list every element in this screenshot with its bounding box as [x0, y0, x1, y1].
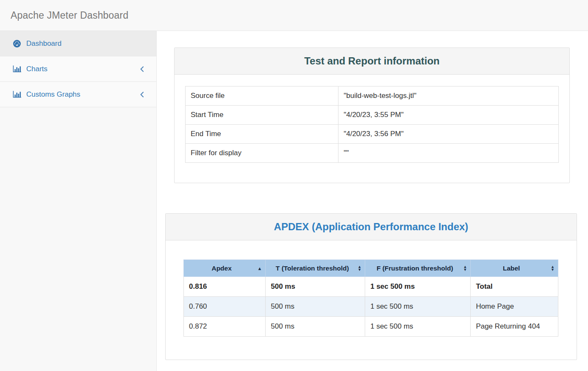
label-value: Total [471, 277, 558, 297]
info-label: Source file [186, 86, 338, 106]
frustration-value: 1 sec 500 ms [365, 277, 471, 297]
info-value: "4/20/23, 3:55 PM" [338, 106, 559, 125]
chevron-left-icon [139, 91, 144, 98]
apdex-value: 0.816 [184, 277, 266, 297]
sidebar-item-label: Charts [26, 65, 139, 73]
column-label: Label [503, 265, 520, 272]
info-label: Start Time [186, 106, 338, 125]
top-navbar: Apache JMeter Dashboard [0, 0, 588, 31]
sort-both-icon: ▲▼ [463, 265, 467, 271]
column-label: T (Toleration threshold) [276, 265, 349, 272]
test-report-info-panel: Test and Report information Source file … [174, 47, 570, 183]
sort-both-icon: ▲▼ [551, 265, 555, 271]
table-row: End Time "4/20/23, 3:56 PM" [186, 125, 559, 144]
label-value: Page Returning 404 [471, 317, 558, 337]
main-content: Test and Report information Source file … [157, 31, 588, 371]
panel-body: Source file "build-web-test-logs.jtl" St… [175, 75, 569, 183]
panel-heading: APDEX (Application Performance Index) [166, 214, 577, 240]
apdex-panel: APDEX (Application Performance Index) Ap… [165, 213, 577, 360]
label-value: Home Page [471, 297, 558, 317]
info-value: "4/20/23, 3:56 PM" [338, 125, 559, 144]
bar-chart-icon [12, 90, 22, 99]
sort-both-icon: ▲▼ [358, 265, 361, 271]
column-header-label[interactable]: Label ▲▼ [471, 260, 558, 277]
frustration-value: 1 sec 500 ms [365, 297, 471, 317]
column-header-toleration[interactable]: T (Toleration threshold) ▲▼ [266, 260, 365, 277]
app-title: Apache JMeter Dashboard [11, 10, 128, 21]
table-row: Start Time "4/20/23, 3:55 PM" [186, 106, 559, 125]
panel-body: Apdex ▲ T (Toleration threshold) ▲▼ F (F… [166, 240, 577, 360]
info-label: Filter for display [186, 144, 338, 163]
table-header-row: Apdex ▲ T (Toleration threshold) ▲▼ F (F… [184, 260, 558, 277]
toleration-value: 500 ms [266, 297, 365, 317]
table-row: 0.872 500 ms 1 sec 500 ms Page Returning… [184, 317, 558, 337]
table-row: 0.760 500 ms 1 sec 500 ms Home Page [184, 297, 558, 317]
table-row: Source file "build-web-test-logs.jtl" [186, 86, 559, 106]
sidebar-item-label: Dashboard [26, 39, 144, 48]
column-label: F (Frustration threshold) [377, 265, 453, 272]
chevron-left-icon [139, 66, 144, 73]
info-value: "build-web-test-logs.jtl" [338, 86, 559, 106]
toleration-value: 500 ms [266, 277, 365, 297]
info-label: End Time [186, 125, 338, 144]
page-layout: Dashboard Charts [0, 31, 588, 371]
sidebar-item-charts[interactable]: Charts [0, 56, 156, 82]
sort-ascending-icon: ▲ [257, 266, 262, 271]
apdex-value: 0.760 [184, 297, 266, 317]
bar-chart-icon [12, 65, 22, 73]
panel-title: Test and Report information [179, 55, 565, 67]
toleration-value: 500 ms [266, 317, 365, 337]
apdex-table: Apdex ▲ T (Toleration threshold) ▲▼ F (F… [183, 259, 558, 337]
sidebar: Dashboard Charts [0, 31, 157, 371]
sidebar-item-label: Customs Graphs [26, 90, 139, 99]
sidebar-item-dashboard[interactable]: Dashboard [0, 31, 156, 56]
column-header-apdex[interactable]: Apdex ▲ [184, 260, 266, 277]
table-row: Filter for display "" [186, 144, 559, 163]
column-label: Apdex [211, 265, 231, 272]
panel-heading: Test and Report information [175, 48, 569, 75]
apdex-value: 0.872 [184, 317, 266, 337]
panel-title: APDEX (Application Performance Index) [170, 221, 572, 233]
info-value: "" [338, 144, 559, 163]
column-header-frustration[interactable]: F (Frustration threshold) ▲▼ [365, 260, 471, 277]
sidebar-item-customs-graphs[interactable]: Customs Graphs [0, 82, 156, 107]
test-report-info-table: Source file "build-web-test-logs.jtl" St… [185, 86, 559, 163]
tachometer-icon [12, 39, 22, 48]
frustration-value: 1 sec 500 ms [365, 317, 471, 337]
table-row-total: 0.816 500 ms 1 sec 500 ms Total [184, 277, 558, 297]
